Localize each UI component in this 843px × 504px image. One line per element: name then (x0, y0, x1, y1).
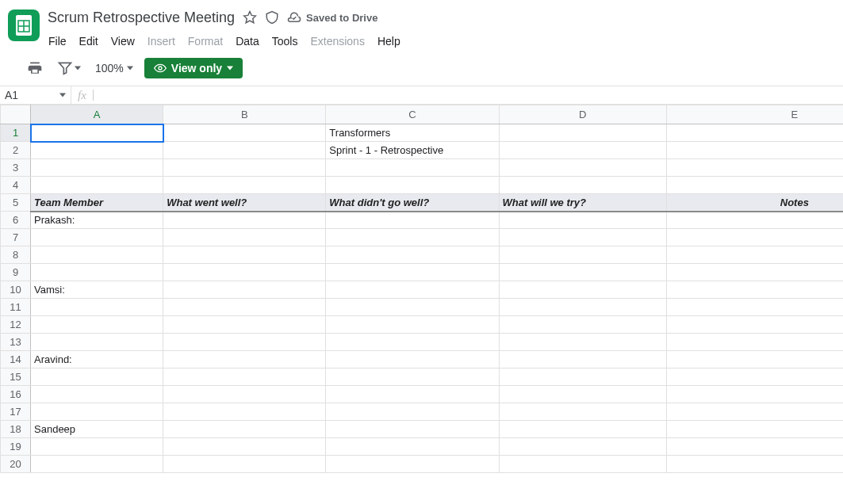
cell-D2[interactable] (499, 142, 666, 159)
cell-E20[interactable] (666, 456, 843, 473)
cell-A8[interactable] (31, 246, 163, 264)
cell-E8[interactable] (666, 246, 843, 264)
cell-E16[interactable] (666, 386, 843, 403)
cell-C8[interactable] (326, 246, 499, 264)
row-header[interactable]: 18 (1, 421, 31, 438)
cell-A20[interactable] (31, 456, 163, 473)
move-icon[interactable] (265, 10, 279, 25)
menu-view[interactable]: View (105, 32, 140, 51)
cell-C6[interactable] (326, 212, 499, 229)
cell-C16[interactable] (326, 386, 499, 403)
cell-C4[interactable] (326, 177, 499, 194)
cell-D9[interactable] (499, 264, 666, 281)
cell-A15[interactable] (31, 368, 163, 386)
cell-D17[interactable] (499, 403, 666, 421)
cell-C11[interactable] (326, 299, 499, 316)
row-header[interactable]: 11 (1, 299, 31, 316)
cell-E15[interactable] (666, 368, 843, 386)
cell-B20[interactable] (163, 456, 326, 473)
cell-B15[interactable] (163, 368, 326, 386)
cell-A3[interactable] (31, 159, 163, 177)
cell-A2[interactable] (31, 142, 163, 159)
cell-C5[interactable]: What didn't go well? (326, 194, 499, 212)
cell-E6[interactable] (666, 212, 843, 229)
cell-E11[interactable] (666, 299, 843, 316)
cell-B14[interactable] (163, 351, 326, 368)
cell-D6[interactable] (499, 212, 666, 229)
cell-A19[interactable] (31, 438, 163, 456)
row-header[interactable]: 10 (1, 281, 31, 299)
cell-E18[interactable] (666, 421, 843, 438)
cell-A14[interactable]: Aravind: (31, 351, 163, 368)
cell-C20[interactable] (326, 456, 499, 473)
col-header-C[interactable]: C (326, 105, 499, 124)
cell-B7[interactable] (163, 229, 326, 246)
row-header[interactable]: 16 (1, 386, 31, 403)
menu-file[interactable]: File (43, 32, 72, 51)
row-header[interactable]: 15 (1, 368, 31, 386)
menu-format[interactable]: Format (182, 32, 228, 51)
cell-D4[interactable] (499, 177, 666, 194)
cell-A12[interactable] (31, 316, 163, 334)
cell-E14[interactable] (666, 351, 843, 368)
cell-B9[interactable] (163, 264, 326, 281)
formula-bar[interactable]: fx (71, 86, 843, 104)
cell-C12[interactable] (326, 316, 499, 334)
cell-B8[interactable] (163, 246, 326, 264)
cell-B10[interactable] (163, 281, 326, 299)
select-all-corner[interactable] (1, 105, 31, 124)
cell-A1[interactable] (31, 124, 163, 142)
cell-E13[interactable] (666, 334, 843, 351)
menu-data[interactable]: Data (230, 32, 265, 51)
cell-B11[interactable] (163, 299, 326, 316)
row-header[interactable]: 4 (1, 177, 31, 194)
col-header-B[interactable]: B (163, 105, 326, 124)
cell-B3[interactable] (163, 159, 326, 177)
cell-B1[interactable] (163, 124, 326, 142)
cell-A4[interactable] (31, 177, 163, 194)
row-header[interactable]: 1 (1, 124, 31, 142)
col-header-A[interactable]: A (31, 105, 163, 124)
menu-help[interactable]: Help (372, 32, 406, 51)
cell-B16[interactable] (163, 386, 326, 403)
cell-A9[interactable] (31, 264, 163, 281)
menu-insert[interactable]: Insert (142, 32, 181, 51)
cell-A17[interactable] (31, 403, 163, 421)
cell-B18[interactable] (163, 421, 326, 438)
cell-D12[interactable] (499, 316, 666, 334)
menu-extensions[interactable]: Extensions (305, 32, 370, 51)
row-header[interactable]: 6 (1, 212, 31, 229)
cell-D18[interactable] (499, 421, 666, 438)
row-header[interactable]: 8 (1, 246, 31, 264)
zoom-dropdown[interactable]: 100% (92, 59, 136, 78)
cell-C13[interactable] (326, 334, 499, 351)
cell-C14[interactable] (326, 351, 499, 368)
row-header[interactable]: 14 (1, 351, 31, 368)
cell-D1[interactable] (499, 124, 666, 142)
spreadsheet-grid[interactable]: A B C D E 1 Transformers 2 Sprint - 1 - … (0, 105, 843, 473)
col-header-E[interactable]: E (666, 105, 843, 124)
cell-D14[interactable] (499, 351, 666, 368)
cell-C7[interactable] (326, 229, 499, 246)
cell-C2[interactable]: Sprint - 1 - Retrospective (326, 142, 499, 159)
cell-D13[interactable] (499, 334, 666, 351)
menu-tools[interactable]: Tools (266, 32, 304, 51)
cell-E17[interactable] (666, 403, 843, 421)
print-icon[interactable] (24, 57, 46, 79)
row-header[interactable]: 20 (1, 456, 31, 473)
cell-D10[interactable] (499, 281, 666, 299)
cell-C3[interactable] (326, 159, 499, 177)
sheets-logo[interactable] (8, 10, 40, 41)
menu-edit[interactable]: Edit (74, 32, 104, 51)
cell-D11[interactable] (499, 299, 666, 316)
doc-title[interactable]: Scrum Retrospective Meeting (48, 10, 235, 26)
row-header[interactable]: 19 (1, 438, 31, 456)
cell-D15[interactable] (499, 368, 666, 386)
col-header-D[interactable]: D (499, 105, 666, 124)
cell-C10[interactable] (326, 281, 499, 299)
row-header[interactable]: 7 (1, 229, 31, 246)
cell-E19[interactable] (666, 438, 843, 456)
cell-C19[interactable] (326, 438, 499, 456)
cell-D19[interactable] (499, 438, 666, 456)
row-header[interactable]: 17 (1, 403, 31, 421)
